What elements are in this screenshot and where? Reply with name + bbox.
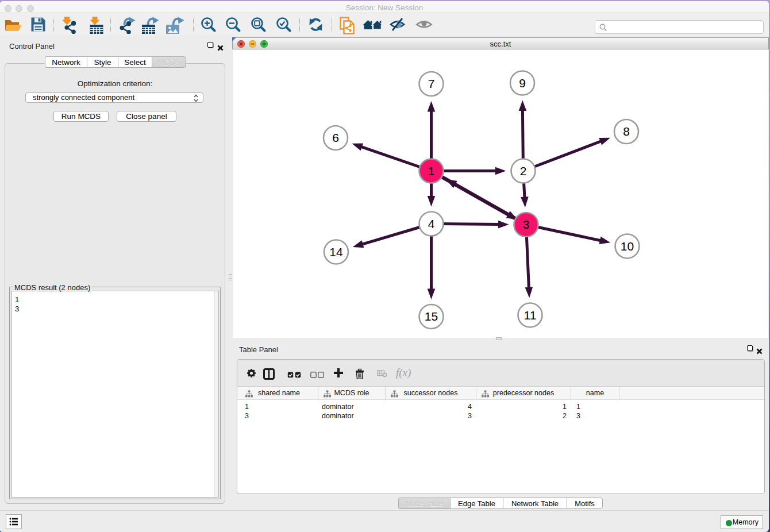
svg-text:9: 9 bbox=[519, 76, 526, 90]
svg-text:15: 15 bbox=[425, 310, 438, 323]
svg-text:10: 10 bbox=[621, 240, 634, 253]
svg-text:1: 1 bbox=[428, 164, 435, 178]
svg-text:11: 11 bbox=[524, 309, 537, 322]
svg-text:2: 2 bbox=[520, 164, 527, 178]
svg-text:7: 7 bbox=[428, 77, 435, 90]
svg-text:8: 8 bbox=[623, 125, 630, 138]
svg-text:3: 3 bbox=[523, 218, 530, 231]
svg-text:14: 14 bbox=[329, 245, 343, 259]
svg-text:6: 6 bbox=[332, 131, 339, 144]
svg-text:4: 4 bbox=[428, 217, 435, 230]
